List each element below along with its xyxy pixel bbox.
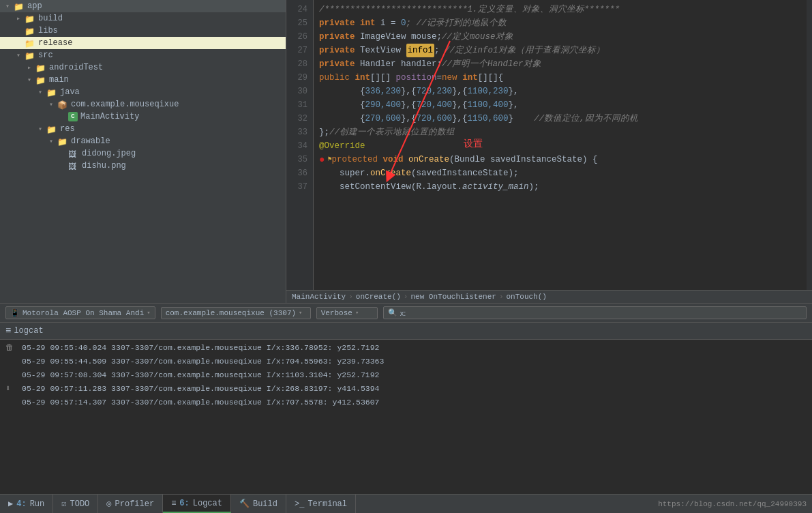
- folder-icon: 📁: [25, 14, 35, 23]
- expand-arrow: [38, 88, 46, 96]
- tab-profiler-label: Profiler: [115, 499, 155, 509]
- log-icon-2: [5, 355, 16, 368]
- code-line-24: /****************************1.定义变量、对象、洞…: [319, 3, 801, 16]
- tree-item-src[interactable]: 📁 src: [0, 49, 286, 61]
- bc-sep3: ›: [499, 293, 504, 301]
- log-row-1: 🗑 05-29 09:55:40.024 3307-3307/com.examp…: [0, 341, 812, 355]
- code-line-30: {336,230},{720,230},{1100,230},: [319, 85, 801, 98]
- tree-item-androidtest[interactable]: 📁 androidTest: [0, 61, 286, 74]
- search-icon: 🔍: [388, 308, 397, 317]
- tab-todo-label: TODO: [70, 499, 89, 509]
- package-dropdown[interactable]: com.example.mouseqixue (3307) ▾: [161, 307, 311, 319]
- tree-item-release[interactable]: 📁 release: [0, 37, 286, 49]
- log-clear-icon[interactable]: 🗑: [5, 342, 16, 354]
- tree-label: androidTest: [49, 63, 103, 72]
- code-line-26: private ImageView mouse;//定义mouse对象: [319, 30, 801, 44]
- bc-oncreate: onCreate(): [356, 293, 401, 301]
- status-url: https://blog.csdn.net/qq_24990393: [356, 500, 812, 508]
- breakpoint-icon: ●: [319, 153, 325, 166]
- folder-icon: 📁: [35, 63, 46, 72]
- code-line-35: ● ⚑ protected void onCreate(Bundle saved…: [319, 153, 801, 166]
- tab-run-num: 4:: [16, 499, 26, 509]
- scroll-indicator: [807, 0, 812, 290]
- expand-arrow: [60, 150, 68, 158]
- tree-label: com.example.mouseqixue: [71, 100, 179, 109]
- level-dropdown-arrow: ▾: [355, 309, 359, 317]
- expand-arrow: [38, 125, 46, 133]
- code-line-31: {290,400},{720,400},{1100,400},: [319, 98, 801, 112]
- log-row-3: 05-29 09:57:08.304 3307-3307/com.example…: [0, 368, 812, 382]
- breadcrumb: MainActivity › onCreate() › new OnTouchL…: [286, 290, 812, 303]
- tab-logcat-label: Logcat: [193, 499, 222, 508]
- log-row-2: 05-29 09:55:44.509 3307-3307/com.example…: [0, 355, 812, 368]
- tab-logcat[interactable]: ≡ 6: Logcat: [163, 495, 231, 513]
- device-icon: 📱: [10, 308, 20, 317]
- tree-label: src: [38, 50, 53, 60]
- expand-arrow: [60, 162, 68, 170]
- tree-label: release: [38, 38, 72, 48]
- expand-arrow: [49, 100, 57, 108]
- log-entry-3: 05-29 09:57:08.304 3307-3307/com.example…: [22, 369, 807, 381]
- expand-arrow: [49, 137, 57, 145]
- run-icon: ▶: [8, 499, 13, 509]
- logcat-title: ≡ logcat: [5, 325, 44, 336]
- terminal-icon: >_: [295, 499, 304, 509]
- folder-icon: 📁: [25, 51, 35, 59]
- tree-item-mainactivity[interactable]: C MainActivity: [0, 111, 286, 123]
- tree-item-package[interactable]: 📦 com.example.mouseqixue: [0, 98, 286, 111]
- editor-content: 24 25 26 27 28 29 30 31 32 33 34 35 36 3…: [286, 0, 812, 290]
- bc-ontouch: onTouch(): [506, 293, 546, 301]
- tree-item-build[interactable]: 📁 build: [0, 12, 286, 25]
- profiler-icon: ◎: [106, 499, 111, 509]
- build-icon: 🔨: [239, 499, 250, 509]
- tree-label: libs: [38, 26, 58, 35]
- logcat-header: ≡ logcat: [0, 323, 812, 340]
- level-dropdown[interactable]: Verbose ▾: [316, 307, 378, 319]
- folder-icon: 📁: [25, 27, 35, 35]
- class-icon: C: [68, 112, 78, 121]
- log-entry-4: 05-29 09:57:11.283 3307-3307/com.example…: [22, 383, 807, 395]
- tree-item-main[interactable]: 📁 main: [0, 74, 286, 86]
- code-line-29: public int[][] position=new int[][]{: [319, 71, 801, 85]
- code-line-33: };//创建一个表示地鼠位置的数组: [319, 126, 801, 139]
- code-editor: 24 25 26 27 28 29 30 31 32 33 34 35 36 3…: [286, 0, 812, 303]
- tree-label: dishu.png: [82, 161, 126, 171]
- log-row-4: ⬇ 05-29 09:57:11.283 3307-3307/com.examp…: [0, 382, 812, 396]
- tree-item-app[interactable]: 📁 app: [0, 0, 286, 12]
- tab-terminal-label: Terminal: [307, 499, 347, 509]
- image-icon: 🖼: [68, 162, 79, 170]
- search-input[interactable]: [400, 309, 802, 317]
- expand-arrow: [16, 27, 25, 35]
- menu-icon: ≡: [5, 325, 11, 336]
- tree-item-dishu[interactable]: 🖼 dishu.png: [0, 160, 286, 172]
- line-numbers: 24 25 26 27 28 29 30 31 32 33 34 35 36 3…: [286, 0, 314, 290]
- logcat-content[interactable]: 🗑 05-29 09:55:40.024 3307-3307/com.examp…: [0, 340, 812, 494]
- code-line-28: private Handler handler;//声明一个Handler对象: [319, 57, 801, 71]
- bc-sep2: ›: [404, 293, 408, 301]
- code-line-25: private int i = 0; //记录打到的地鼠个数: [319, 16, 801, 30]
- expand-arrow: [16, 14, 25, 23]
- folder-icon: 📁: [57, 137, 68, 145]
- tree-item-drawable[interactable]: 📁 drawable: [0, 135, 286, 147]
- device-dropdown[interactable]: 📱 Motorola AOSP On Shama Andi ▾: [5, 306, 155, 319]
- tab-terminal[interactable]: >_ Terminal: [286, 495, 356, 513]
- logcat-tab-icon: ≡: [171, 499, 176, 508]
- device-dropdown-arrow: ▾: [147, 309, 150, 317]
- folder-icon: 📁: [14, 2, 25, 10]
- code-content[interactable]: /****************************1.定义变量、对象、洞…: [314, 0, 807, 290]
- tree-item-java[interactable]: 📁 java: [0, 86, 286, 98]
- status-bar: ▶ 4: Run ☑ TODO ◎ Profiler ≡ 6: Logcat 🔨…: [0, 494, 812, 513]
- tree-item-libs[interactable]: 📁 libs: [0, 25, 286, 37]
- tab-build[interactable]: 🔨 Build: [231, 495, 286, 513]
- tab-todo[interactable]: ☑ TODO: [53, 495, 98, 513]
- code-line-36: super.onCreate(savedInstanceState);: [319, 166, 801, 180]
- tree-item-res[interactable]: 📁 res: [0, 123, 286, 135]
- tab-profiler[interactable]: ◎ Profiler: [98, 495, 163, 513]
- tree-item-didong[interactable]: 🖼 didong.jpeg: [0, 147, 286, 160]
- tab-run[interactable]: ▶ 4: Run: [0, 495, 53, 513]
- log-download-icon[interactable]: ⬇: [5, 383, 16, 395]
- file-tree: 📁 app 📁 build 📁 libs 📁 release 📁 src 📁 a…: [0, 0, 286, 303]
- logcat-search[interactable]: 🔍: [383, 306, 807, 319]
- annotation-text: 设置: [464, 136, 483, 150]
- bc-listener: new OnTouchListener: [410, 293, 496, 301]
